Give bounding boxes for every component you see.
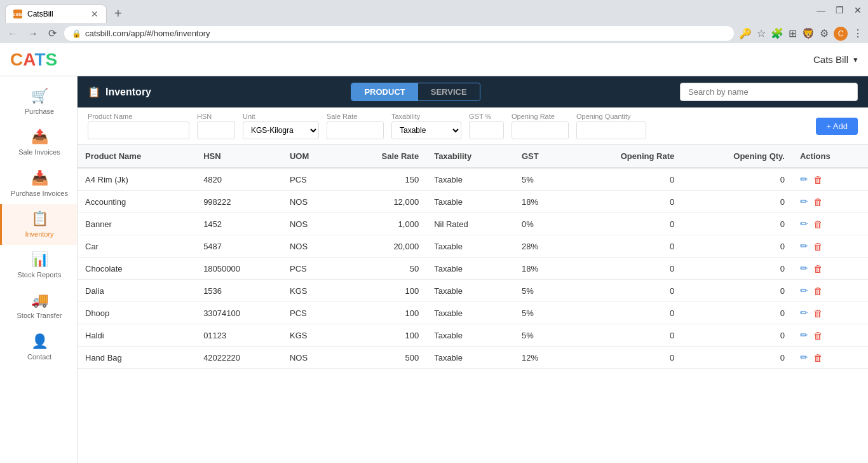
tab-close-button[interactable]: ✕: [91, 9, 98, 19]
refresh-button[interactable]: ⟳: [46, 26, 59, 41]
filter-gst-label: GST %: [469, 113, 504, 120]
product-name-input[interactable]: [88, 121, 189, 139]
col-header-uom: UOM: [282, 145, 339, 168]
content-title: 📋 Inventory: [88, 86, 151, 98]
cell-uom: NOS: [282, 235, 339, 258]
opening-qty-input[interactable]: [576, 121, 646, 139]
edit-button[interactable]: ✏: [800, 196, 808, 207]
edit-button[interactable]: ✏: [800, 263, 808, 274]
col-header-actions: Actions: [792, 145, 868, 168]
cell-taxability: Taxable: [426, 302, 514, 324]
cell-opening-rate: 0: [567, 324, 682, 347]
edit-button[interactable]: ✏: [800, 307, 808, 319]
back-button[interactable]: ←: [5, 27, 20, 41]
delete-button[interactable]: 🗑: [813, 330, 823, 341]
opening-rate-input[interactable]: [512, 121, 569, 139]
cell-actions: ✏ 🗑: [792, 235, 868, 258]
delete-button[interactable]: 🗑: [813, 352, 823, 363]
cell-opening-rate: 0: [567, 191, 682, 213]
delete-button[interactable]: 🗑: [813, 308, 823, 319]
edit-button[interactable]: ✏: [800, 218, 808, 230]
edit-button[interactable]: ✏: [800, 240, 808, 252]
table-row: Dalia 1536 KGS 100 Taxable 5% 0 0 ✏ 🗑: [78, 280, 868, 302]
edit-button[interactable]: ✏: [800, 329, 808, 341]
window-minimize-button[interactable]: —: [817, 5, 825, 15]
cell-opening-qty: 0: [682, 347, 792, 369]
cell-uom: NOS: [282, 213, 339, 235]
bookmark-icon[interactable]: ☆: [757, 27, 766, 39]
unit-select[interactable]: KGS-Kilogra: [243, 121, 319, 139]
main-content: 📋 Inventory PRODUCT SERVICE Product Name…: [78, 76, 868, 463]
settings-icon[interactable]: ⚙: [820, 27, 829, 39]
menu-button[interactable]: ⋮: [853, 27, 863, 39]
cell-opening-rate: 0: [567, 213, 682, 235]
cell-opening-qty: 0: [682, 280, 792, 302]
new-tab-button[interactable]: +: [109, 4, 127, 24]
sale-rate-input[interactable]: [327, 121, 384, 139]
col-header-opening-qty: Opening Qty.: [682, 145, 792, 168]
cell-gst: 5%: [514, 280, 567, 302]
tab-product[interactable]: PRODUCT: [351, 83, 417, 100]
cell-product-name: Dalia: [78, 280, 196, 302]
filter-hsn: HSN: [197, 113, 235, 139]
sidebar-item-sale-invoices[interactable]: 📤 Sale Invoices: [0, 122, 77, 163]
forward-button[interactable]: →: [25, 27, 41, 41]
cell-opening-rate: 0: [567, 347, 682, 369]
sidebar-item-stock-reports[interactable]: 📊 Stock Reports: [0, 245, 77, 286]
table-row: Car 5487 NOS 20,000 Taxable 28% 0 0 ✏ 🗑: [78, 235, 868, 258]
col-header-sale-rate: Sale Rate: [339, 145, 426, 168]
sidebar-item-stock-transfer[interactable]: 🚚 Stock Transfer: [0, 286, 77, 326]
cell-taxability: Taxable: [426, 191, 514, 213]
cell-taxability: Taxable: [426, 235, 514, 258]
page-title: Inventory: [105, 86, 151, 98]
grid-icon[interactable]: ⊞: [789, 27, 797, 39]
sidebar-label-stock-reports: Stock Reports: [17, 270, 61, 279]
tab-switcher: PRODUCT SERVICE: [351, 83, 480, 101]
cell-opening-qty: 0: [682, 235, 792, 258]
delete-button[interactable]: 🗑: [813, 286, 823, 296]
cell-hsn: 01123: [196, 324, 282, 347]
sidebar-label-stock-transfer: Stock Transfer: [17, 311, 62, 320]
sidebar-item-purchase-invoices[interactable]: 📥 Purchase Invoices: [0, 163, 77, 204]
avatar[interactable]: C: [834, 27, 848, 41]
delete-button[interactable]: 🗑: [813, 219, 823, 230]
cell-uom: PCS: [282, 302, 339, 324]
user-dropdown-icon[interactable]: ▾: [853, 55, 858, 64]
delete-button[interactable]: 🗑: [813, 174, 823, 185]
sidebar-item-inventory[interactable]: 📋 Inventory: [0, 204, 77, 245]
cell-actions: ✏ 🗑: [792, 302, 868, 324]
cell-taxability: Taxable: [426, 168, 514, 191]
delete-button[interactable]: 🗑: [813, 263, 823, 274]
filter-unit-label: Unit: [243, 113, 319, 120]
col-header-opening-rate: Opening Rate: [567, 145, 682, 168]
filter-opening-rate: Opening Rate: [512, 113, 569, 139]
brave-icon[interactable]: 🦁: [802, 27, 815, 39]
edit-button[interactable]: ✏: [800, 174, 808, 185]
extension-icon[interactable]: 🧩: [771, 27, 783, 39]
col-header-gst: GST: [514, 145, 567, 168]
delete-button[interactable]: 🗑: [813, 197, 823, 207]
filter-opening-qty: Opening Quantity: [576, 113, 646, 139]
edit-button[interactable]: ✏: [800, 285, 808, 296]
sidebar-label-contact: Contact: [27, 352, 51, 361]
col-header-hsn: HSN: [196, 145, 282, 168]
sidebar-item-purchase[interactable]: 🛒 Purchase: [0, 81, 77, 122]
taxability-select[interactable]: Taxable: [391, 121, 461, 139]
search-input[interactable]: [680, 83, 858, 101]
hsn-input[interactable]: [197, 121, 235, 139]
sidebar-label-sale-invoices: Sale Invoices: [18, 148, 60, 156]
window-close-button[interactable]: ✕: [854, 5, 862, 15]
browser-tab[interactable]: cats CatsBill ✕: [5, 4, 107, 23]
edit-button[interactable]: ✏: [800, 352, 808, 363]
add-button[interactable]: + Add: [816, 118, 858, 135]
gst-input[interactable]: [469, 121, 504, 139]
sidebar-item-contact[interactable]: 👤 Contact: [0, 327, 77, 368]
cell-hsn: 42022220: [196, 347, 282, 369]
delete-button[interactable]: 🗑: [813, 241, 823, 252]
tab-service[interactable]: SERVICE: [418, 83, 480, 100]
col-header-product-name: Product Name: [78, 145, 196, 168]
window-maximize-button[interactable]: ❐: [836, 5, 844, 15]
sidebar-label-purchase-invoices: Purchase Invoices: [11, 189, 68, 198]
sidebar: 🛒 Purchase 📤 Sale Invoices 📥 Purchase In…: [0, 76, 78, 463]
table-row: Haldi 01123 KGS 100 Taxable 5% 0 0 ✏ 🗑: [78, 324, 868, 347]
